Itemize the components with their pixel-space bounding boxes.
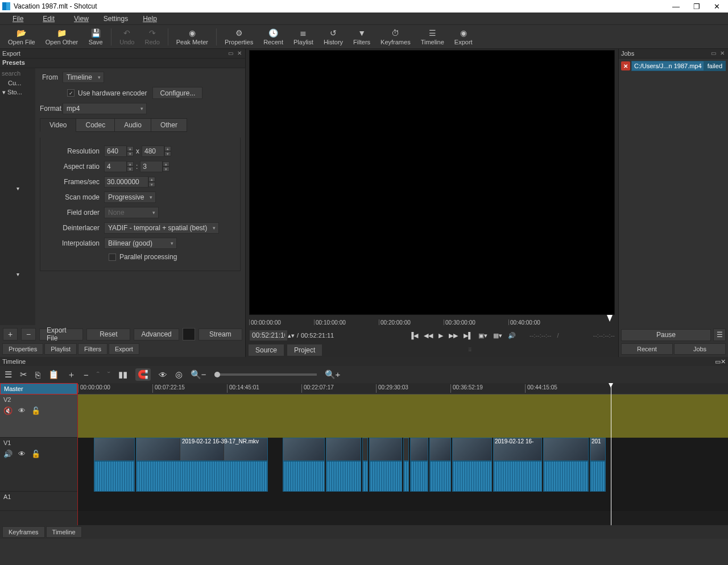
- deinterlacer-select[interactable]: YADIF - temporal + spatial (best): [104, 222, 219, 234]
- undock-timeline-icon[interactable]: ▭: [715, 358, 721, 365]
- zoom-out-icon[interactable]: 🔍−: [191, 369, 206, 380]
- zoom-slider[interactable]: [214, 373, 317, 376]
- play-button[interactable]: ▶: [439, 332, 443, 339]
- open-other-button[interactable]: 📁Open Other: [41, 27, 82, 47]
- remove-icon[interactable]: −: [84, 370, 89, 380]
- tl-menu-icon[interactable]: ☰: [5, 369, 12, 380]
- menu-edit[interactable]: Edit: [34, 14, 64, 24]
- add-preset-button[interactable]: +: [3, 328, 18, 340]
- clip-5[interactable]: [362, 438, 368, 492]
- clip-10[interactable]: [452, 438, 492, 492]
- lift-icon[interactable]: ˆ: [97, 370, 100, 380]
- format-select[interactable]: mp4: [63, 103, 147, 114]
- fps-input[interactable]: [104, 176, 148, 188]
- export-file-button[interactable]: Export File: [39, 329, 83, 340]
- snap-icon[interactable]: 🧲: [135, 368, 151, 381]
- close-panel-icon[interactable]: ✕: [236, 51, 243, 56]
- clip-8[interactable]: [410, 438, 428, 492]
- res-w-down[interactable]: ▾: [127, 151, 134, 156]
- zoom-fit-icon[interactable]: ▣▾: [478, 332, 487, 339]
- skip-next-button[interactable]: ▶▌: [464, 332, 473, 339]
- tab-audio[interactable]: Audio: [114, 118, 151, 132]
- res-w-up[interactable]: ▴: [127, 146, 134, 151]
- v2-lane[interactable]: [78, 394, 728, 438]
- recent-tab[interactable]: Recent: [621, 343, 673, 355]
- cut-icon[interactable]: ✂: [20, 369, 27, 380]
- peak-meter-button[interactable]: ◉Peak Meter: [172, 27, 213, 47]
- subtab-playlist[interactable]: Playlist: [44, 343, 77, 355]
- clip-11[interactable]: 2019-02-12 16-: [493, 438, 542, 492]
- lock-v1-icon[interactable]: 🔓: [31, 450, 40, 458]
- maximize-button[interactable]: ❐: [693, 2, 700, 11]
- clip-6[interactable]: [369, 438, 402, 492]
- monitor-ruler[interactable]: 00:00:00:00 00:10:00:00 00:20:00:00 00:3…: [246, 315, 618, 327]
- resolution-height-input[interactable]: [142, 146, 164, 157]
- playlist-button[interactable]: ≣Playlist: [289, 27, 318, 47]
- grid-icon[interactable]: ▦▾: [493, 332, 502, 339]
- subtab-export[interactable]: Export: [109, 343, 139, 355]
- parallel-processing-checkbox[interactable]: [109, 254, 116, 261]
- subtab-properties[interactable]: Properties: [2, 343, 43, 355]
- preset-search-input[interactable]: [0, 68, 35, 78]
- res-h-down[interactable]: ▾: [164, 151, 171, 156]
- redo-button[interactable]: ↷Redo: [140, 27, 164, 47]
- preset-item-stock[interactable]: ▾ Sto...: [0, 88, 35, 97]
- rewind-button[interactable]: ◀◀: [424, 332, 433, 339]
- project-tab-button[interactable]: Project: [287, 344, 322, 356]
- resolution-width-input[interactable]: [104, 146, 127, 157]
- open-file-button[interactable]: 📂Open File: [3, 27, 40, 47]
- playhead-marker[interactable]: [607, 315, 613, 322]
- clip-1[interactable]: [94, 438, 135, 492]
- track-head-master[interactable]: Master: [0, 383, 77, 394]
- configure-button[interactable]: Configure...: [152, 87, 202, 99]
- mute-v1-icon[interactable]: 🔊: [3, 450, 13, 458]
- hide-v2-icon[interactable]: 👁: [18, 406, 26, 415]
- job-cancel-icon[interactable]: ✕: [621, 61, 630, 70]
- advanced-button[interactable]: Advanced: [134, 329, 179, 340]
- undock-jobs-icon[interactable]: ▭: [710, 51, 717, 56]
- tab-codec[interactable]: Codec: [76, 118, 115, 132]
- res-h-up[interactable]: ▴: [164, 146, 171, 151]
- current-timecode-input[interactable]: [249, 330, 288, 341]
- bottom-tab-timeline[interactable]: Timeline: [46, 526, 82, 538]
- filters-button[interactable]: ▼Filters: [349, 27, 375, 47]
- append-icon[interactable]: ＋: [67, 369, 76, 380]
- lock-v2-icon[interactable]: 🔓: [31, 406, 40, 415]
- jobs-tab[interactable]: Jobs: [674, 343, 726, 355]
- hw-encoder-checkbox[interactable]: ✓: [67, 89, 75, 97]
- scrub-icon[interactable]: 👁: [159, 370, 167, 380]
- ripple-icon[interactable]: ◎: [175, 369, 183, 380]
- field-order-select[interactable]: None: [104, 207, 159, 218]
- close-button[interactable]: ✕: [714, 2, 720, 11]
- export-button[interactable]: ◉Export: [450, 27, 477, 47]
- properties-button[interactable]: ⚙Properties: [220, 27, 258, 47]
- clip-2[interactable]: 2019-02-12 16-39-17_NR.mkv: [136, 438, 268, 492]
- reset-button[interactable]: Reset: [86, 329, 130, 340]
- source-tab-button[interactable]: Source: [248, 344, 284, 356]
- scan-mode-select[interactable]: Progressive: [104, 192, 156, 203]
- preset-item-custom[interactable]: Cu...: [0, 78, 35, 88]
- interpolation-select[interactable]: Bilinear (good): [104, 238, 177, 249]
- preset-chevron-2[interactable]: ▾: [0, 270, 35, 279]
- clip-12[interactable]: [543, 438, 589, 492]
- job-row[interactable]: ✕ C:/Users/J...n 1987.mp4 failed: [621, 61, 726, 71]
- tab-video[interactable]: Video: [40, 118, 76, 132]
- v1-lane[interactable]: 2019-02-12 16-39-17_NR.mkv 2019-02-12 16…: [78, 438, 728, 492]
- close-timeline-icon[interactable]: ✕: [721, 358, 726, 365]
- track-head-a1[interactable]: A1: [0, 492, 77, 511]
- track-head-v1[interactable]: V1 🔊 👁 🔓: [0, 438, 77, 492]
- aspect-b-input[interactable]: [140, 161, 163, 172]
- a1-lane[interactable]: [78, 492, 728, 511]
- keyframes-button[interactable]: ⏱Keyframes: [376, 27, 415, 47]
- stream-button[interactable]: Stream: [198, 329, 242, 340]
- timeline-ruler[interactable]: 00:00:00:00 00:07:22:15 00:14:45:01 00:2…: [78, 383, 728, 394]
- undo-button[interactable]: ↶Undo: [115, 27, 139, 47]
- recent-button[interactable]: 🕓Recent: [259, 27, 288, 47]
- timeline-button[interactable]: ☰Timeline: [416, 27, 449, 47]
- menu-file[interactable]: File: [3, 14, 32, 24]
- volume-icon[interactable]: 🔊: [508, 332, 516, 339]
- bottom-tab-keyframes[interactable]: Keyframes: [2, 526, 45, 538]
- menu-settings[interactable]: Settings: [99, 14, 133, 24]
- tab-other[interactable]: Other: [151, 118, 187, 132]
- zoom-in-icon[interactable]: 🔍+: [325, 369, 341, 380]
